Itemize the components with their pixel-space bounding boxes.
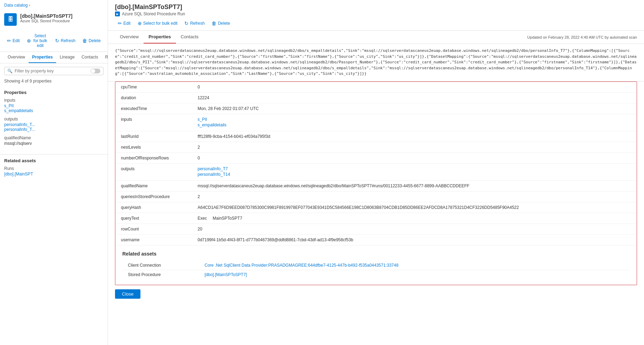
right-tab-overview[interactable]: Overview [115,31,144,44]
right-toolbar: ✏ Edit ⊕ Select for bulk edit ↻ Refresh … [108,16,644,31]
left-asset-subtitle: Azure SQL Stored Procedure [20,19,104,23]
left-tab-properties[interactable]: Properties [29,52,56,63]
prop-key-qualifiedname: qualifiedName [121,183,198,188]
prop-val-rowcount: 20 [198,227,631,232]
left-refresh-label: Refresh [61,38,75,43]
table-row: lastRunId fff128f8-9cba-4154-b041-ef034a… [115,131,637,142]
json-text: {"Source":"mssql://sqlserverdatascaneus2… [115,48,637,76]
right-header: [dbo].[MainSPToSPT7] ▶ Azure SQL Stored … [108,0,644,16]
table-row: username 0d7199f4-1b5d-4f43-8f71-d777b04… [115,235,637,245]
asset-icon-text: 🗄 [8,16,13,23]
related-row-stored: Stored Procedure [dbo].[MainSPToSPT7] [122,270,630,279]
left-edit-button[interactable]: ✏ Edit [4,37,23,45]
left-related-runs-val[interactable]: [dbo].[MainSPT [4,172,104,177]
right-trash-icon: 🗑 [212,21,216,26]
table-row: numberOfResponseRows 0 [115,153,637,164]
left-prop-outputs-val1[interactable]: personalInfo_T... [4,122,104,127]
left-prop-qualifiedname-label: qualifiedName [4,135,104,140]
table-row: qualifiedName mssql://sqlserverdatascane… [115,181,637,191]
prop-val-nestlevels: 2 [198,145,631,150]
right-edit-button[interactable]: ✏ Edit [115,19,133,28]
asset-title-block: [dbo].[MainSPToSPT7] Azure SQL Stored Pr… [20,13,104,23]
search-icon: 🔍 [7,69,13,73]
left-properties-title: Properties [4,90,104,95]
table-row: duration 12224 [115,93,637,103]
right-refresh-button[interactable]: ↻ Refresh [182,19,207,28]
right-plus-icon: ⊕ [138,21,142,26]
breadcrumb: Data catalog [0,0,108,10]
breadcrumb-link[interactable]: Data catalog [4,3,30,8]
output-link-t14[interactable]: personalInfo_T14 [198,172,631,177]
left-prop-qualifiedname-val: mssql://sqlserv [4,141,104,146]
left-tab-contacts[interactable]: Contacts [78,52,101,63]
related-row-client: Client Connection Core .Net SqlClient Da… [122,261,630,270]
showing-text: Showing 4 of 9 properties [0,79,108,86]
table-row: queriesInStoredProcedure 2 [115,191,637,202]
left-prop-inputs: inputs s_PII s_empalldetails [4,98,104,113]
prop-key-username: username [121,237,198,242]
prop-key-queryhash: queryHash [121,205,198,210]
left-properties-section: Properties inputs s_PII s_empalldetails … [0,86,108,153]
right-delete-button[interactable]: 🗑 Delete [209,19,233,28]
prop-val-querytext: Exec MainSPToSPT7 [198,216,631,221]
right-panel: [dbo].[MainSPToSPT7] ▶ Azure SQL Stored … [108,0,644,345]
right-bulk-label: Select for bulk edit [143,21,178,26]
left-related-runs-label: Runs [4,166,104,171]
plus-circle-icon: ⊕ [27,38,31,44]
left-prop-outputs-val2[interactable]: personalInfo_T... [4,127,104,132]
table-row: inputs s_PII s_empalldetails [115,114,637,131]
close-btn-wrap: Close [108,285,644,303]
related-val-stored[interactable]: [dbo].[MainSPToSPT7] [205,272,247,277]
input-link-sempall[interactable]: s_empalldetails [198,123,631,127]
left-bulk-label: Select for bulk edit [32,33,48,48]
filter-input[interactable] [15,69,86,73]
left-prop-inputs-label: inputs [4,98,104,103]
input-link-spii[interactable]: s_PII [198,117,631,122]
run-icon: ▶ [115,11,120,16]
right-refresh-icon: ↻ [184,21,189,26]
content-area[interactable]: {"Source":"mssql://sqlserverdatascaneus2… [108,44,644,345]
table-row: queryHash A64CD1AE7F6D9EED087D785300C998… [115,202,637,213]
prop-val-executedtime: Mon, 28 Feb 2022 01:07:47 UTC [198,106,631,111]
right-tabs: Overview Properties Contacts Updated on … [108,31,644,44]
left-related-section: Related assets Runs [dbo].[MainSPT [0,154,108,183]
right-edit-icon: ✏ [118,21,122,26]
output-link-t7[interactable]: personalInfo_T7 [198,166,631,171]
right-edit-label: Edit [123,21,131,26]
right-tab-contacts[interactable]: Contacts [176,31,204,44]
related-key-client: Client Connection [128,263,205,268]
left-tabs: Overview Properties Lineage Contacts Re.… [0,52,108,63]
left-tab-overview[interactable]: Overview [4,52,29,63]
properties-table: cpuTime 0 duration 12224 executedTime Mo… [115,81,637,285]
left-delete-button[interactable]: 🗑 Delete [79,37,104,45]
left-refresh-button[interactable]: ↻ Refresh [52,37,78,45]
table-row: cpuTime 0 [115,82,637,93]
right-title: [dbo].[MainSPToSPT7] [115,3,637,11]
edit-icon: ✏ [7,38,11,44]
prop-val-username: 0d7199f4-1b5d-4f43-8f71-d777b0467369@ddf… [198,237,631,242]
table-row: nestLevels 2 [115,142,637,153]
filter-bar: 🔍 [0,63,108,79]
prop-key-rowcount: rowCount [121,227,198,232]
prop-val-queryhash: A64CD1AE7F6D9EED087D785300C9981F8919978E… [198,205,631,210]
left-delete-label: Delete [89,38,101,43]
prop-val-numresponse: 0 [198,156,631,160]
left-tab-lineage[interactable]: Lineage [56,52,78,63]
prop-key-querytext: queryText [121,216,198,221]
trash-icon: 🗑 [82,38,87,44]
filter-input-wrap: 🔍 [4,67,104,75]
right-tab-properties[interactable]: Properties [144,31,176,44]
table-row: rowCount 20 [115,224,637,235]
prop-val-queries: 2 [198,194,631,199]
close-button[interactable]: Close [115,289,140,299]
right-delete-label: Delete [218,21,230,26]
left-prop-inputs-val1[interactable]: s_PII [4,103,104,108]
right-bulk-button[interactable]: ⊕ Select for bulk edit [135,19,181,28]
left-toolbar: ✏ Edit ⊕ Select for bulk edit ↻ Refresh … [0,30,108,52]
related-val-client[interactable]: Core .Net SqlClient Data Provider:PRASAD… [205,263,398,268]
left-bulk-button[interactable]: ⊕ Select for bulk edit [24,32,51,49]
left-asset-title: [dbo].[MainSPToSPT7] [20,13,104,19]
left-asset-header: 🗄 [dbo].[MainSPToSPT7] Azure SQL Stored … [0,10,108,30]
filter-toggle[interactable] [91,69,100,73]
left-prop-inputs-val2[interactable]: s_empalldetails [4,108,104,113]
